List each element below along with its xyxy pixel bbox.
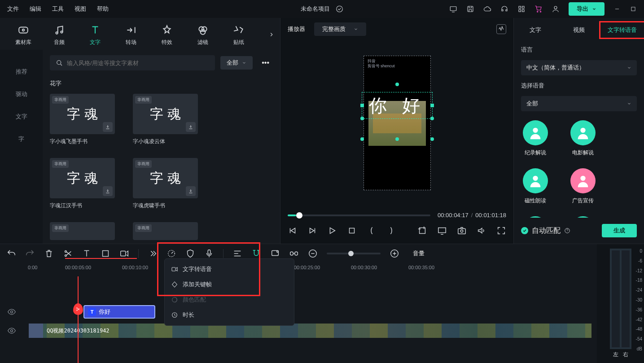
timeline-ruler[interactable]: 0:00 00:00:05:00 00:00:10:00 00:00:25:00… <box>0 263 597 276</box>
tab-sticker[interactable]: 贴纸 <box>221 24 257 46</box>
tabs-more-icon[interactable] <box>268 31 275 39</box>
auto-match-checkbox[interactable] <box>521 227 528 234</box>
side-cat-drive[interactable]: 驱动 <box>16 90 27 98</box>
popup-tts[interactable]: 文字转语音 <box>165 262 294 277</box>
asset-thumb[interactable]: 非画用 <box>50 222 115 240</box>
more-tools-button[interactable] <box>148 249 158 258</box>
search-more-icon[interactable]: ••• <box>258 56 273 70</box>
undo-button[interactable] <box>6 249 16 258</box>
side-cat-char[interactable]: 字 <box>18 135 24 143</box>
voice-option[interactable]: 磁性朗读 <box>523 168 548 205</box>
resize-handle[interactable] <box>430 137 434 141</box>
window-maximize[interactable] <box>630 5 637 13</box>
download-icon[interactable] <box>186 186 196 196</box>
menu-file[interactable]: 文件 <box>7 5 19 13</box>
language-select[interactable]: 中文（简体，普通话） <box>521 60 637 75</box>
cloud-icon[interactable] <box>483 5 491 13</box>
delete-button[interactable] <box>44 249 54 258</box>
volume-icon[interactable] <box>477 226 486 236</box>
voice-option[interactable]: 广告宣传 <box>570 168 596 205</box>
window-minimize[interactable] <box>613 5 621 13</box>
monitor-icon[interactable] <box>449 5 457 13</box>
play-button[interactable] <box>327 226 337 236</box>
mic-button[interactable] <box>204 249 214 258</box>
video-clip[interactable]: QQ视频20240303181942 <box>29 324 591 338</box>
rotate-handle[interactable] <box>395 83 399 86</box>
next-frame-button[interactable] <box>307 226 317 236</box>
menu-edit[interactable]: 编辑 <box>30 5 41 13</box>
popup-keyframe[interactable]: 添加关键帧 <box>165 277 294 292</box>
menu-view[interactable]: 视图 <box>74 5 86 13</box>
mark-in-button[interactable] <box>367 226 377 236</box>
save-icon[interactable] <box>466 5 474 13</box>
resize-handle[interactable] <box>360 137 364 141</box>
voice-option[interactable]: 纪录解说 <box>523 120 548 157</box>
side-cat-text[interactable]: 文字 <box>16 113 27 121</box>
help-icon[interactable] <box>564 227 570 234</box>
snapshot-icon[interactable] <box>457 226 467 236</box>
zoom-out-button[interactable] <box>308 249 318 258</box>
fullscreen-icon[interactable] <box>496 226 506 236</box>
voice-filter-select[interactable]: 全部 <box>521 96 637 111</box>
rtab-video[interactable]: 视频 <box>557 22 601 38</box>
download-icon[interactable] <box>186 122 196 132</box>
grid-icon[interactable] <box>517 5 526 13</box>
align-button[interactable] <box>232 249 242 258</box>
tab-filter[interactable]: 滤镜 <box>185 24 221 46</box>
text-overlay-box[interactable]: 你 好 <box>362 92 433 119</box>
shield-button[interactable] <box>185 249 195 258</box>
magnet-button[interactable] <box>251 249 261 258</box>
stop-button[interactable] <box>347 226 357 236</box>
rtab-text[interactable]: 文字 <box>514 22 557 38</box>
playhead[interactable] <box>78 276 79 363</box>
popup-duration[interactable]: 时长 <box>165 307 294 323</box>
preview-canvas[interactable]: 抖音剪音号 shencut 你 好 <box>364 56 431 190</box>
split-button[interactable] <box>63 249 73 258</box>
crop-button[interactable] <box>101 249 110 258</box>
resize-handle[interactable] <box>395 137 399 141</box>
text-clip[interactable]: T你好 <box>83 305 155 319</box>
track-visibility-icon[interactable] <box>7 326 16 335</box>
filter-dropdown[interactable]: 全部 <box>220 56 253 70</box>
tab-media[interactable]: 素材库 <box>5 24 41 46</box>
prev-frame-button[interactable] <box>288 226 298 236</box>
asset-thumb[interactable]: 非画用字 魂 <box>133 158 198 198</box>
tab-text[interactable]: 文字 <box>77 24 113 46</box>
asset-thumb[interactable]: 非画用 <box>133 222 198 240</box>
search-input[interactable] <box>67 60 210 66</box>
asset-thumb[interactable]: 非画用字 魂 <box>50 158 115 198</box>
asset-thumb[interactable]: 非画用字 魂 <box>50 94 115 134</box>
headphones-icon[interactable] <box>500 5 508 13</box>
display-icon[interactable] <box>437 226 447 236</box>
resize-handle[interactable] <box>430 117 434 120</box>
redo-button[interactable] <box>25 249 35 258</box>
mark-out-button[interactable] <box>386 226 396 236</box>
download-icon[interactable] <box>103 122 113 132</box>
resize-handle[interactable] <box>360 117 364 120</box>
tab-transition[interactable]: 转场 <box>113 24 149 46</box>
text-button[interactable] <box>82 249 92 258</box>
scrub-bar[interactable] <box>288 214 430 216</box>
voice-option[interactable]: 电影解说 <box>570 120 596 157</box>
tab-effect[interactable]: 特效 <box>149 24 185 46</box>
side-cat-recommend[interactable]: 推荐 <box>16 68 27 76</box>
download-icon[interactable] <box>103 186 113 196</box>
asset-thumb[interactable]: 非画用字 魂 <box>133 94 198 134</box>
resize-handle[interactable] <box>430 104 434 107</box>
track-visibility-icon[interactable] <box>7 307 16 316</box>
tts-button[interactable] <box>119 249 129 258</box>
quality-dropdown[interactable]: 完整画质 <box>314 22 366 36</box>
resize-handle[interactable] <box>360 104 364 107</box>
menu-tool[interactable]: 工具 <box>52 5 64 13</box>
menu-help[interactable]: 帮助 <box>97 5 109 13</box>
tab-audio[interactable]: 音频 <box>41 24 77 46</box>
user-icon[interactable] <box>552 5 560 13</box>
export-button[interactable]: 导出 <box>569 2 605 16</box>
rtab-tts[interactable]: 文字转语音 <box>599 21 644 39</box>
link-button[interactable] <box>289 249 299 258</box>
generate-button[interactable]: 生成 <box>602 224 637 237</box>
cart-icon[interactable] <box>534 5 543 13</box>
zoom-in-button[interactable] <box>390 249 399 258</box>
marker-button[interactable] <box>270 249 280 258</box>
crop-icon[interactable] <box>417 226 427 236</box>
